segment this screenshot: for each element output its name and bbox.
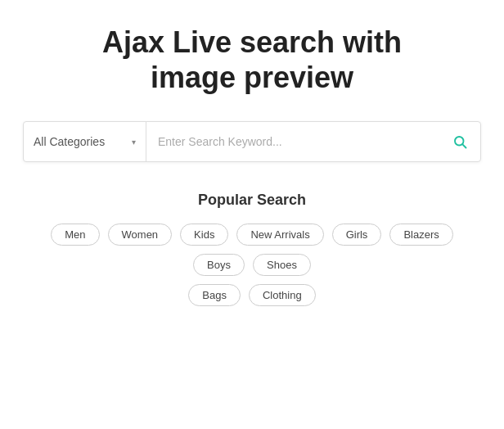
popular-search-section: Popular Search MenWomenKidsNew ArrivalsG…: [23, 192, 481, 314]
category-dropdown[interactable]: All Categories ▾: [24, 122, 146, 161]
tags-row-2: BagsClothing: [188, 284, 315, 306]
tag-blazers[interactable]: Blazers: [389, 224, 452, 246]
popular-search-title: Popular Search: [198, 192, 306, 209]
tag-kids[interactable]: Kids: [180, 224, 228, 246]
tag-men[interactable]: Men: [51, 224, 99, 246]
tag-clothing[interactable]: Clothing: [249, 284, 316, 306]
tag-girls[interactable]: Girls: [332, 224, 382, 246]
tag-women[interactable]: Women: [108, 224, 173, 246]
category-label: All Categories: [34, 135, 125, 148]
page-wrapper: Ajax Live search withimage preview All C…: [0, 0, 504, 347]
chevron-down-icon: ▾: [132, 138, 136, 147]
page-title: Ajax Live search withimage preview: [102, 25, 402, 95]
tag-new-arrivals[interactable]: New Arrivals: [236, 224, 323, 246]
search-button[interactable]: [439, 122, 480, 161]
search-bar: All Categories ▾: [23, 121, 481, 162]
search-input[interactable]: [146, 122, 439, 161]
tag-shoes[interactable]: Shoes: [253, 254, 311, 276]
tags-row-1: MenWomenKidsNew ArrivalsGirlsBlazersBoys…: [23, 224, 481, 276]
tag-boys[interactable]: Boys: [193, 254, 245, 276]
tag-bags[interactable]: Bags: [188, 284, 241, 306]
search-icon: [452, 134, 467, 149]
svg-line-1: [462, 145, 466, 148]
